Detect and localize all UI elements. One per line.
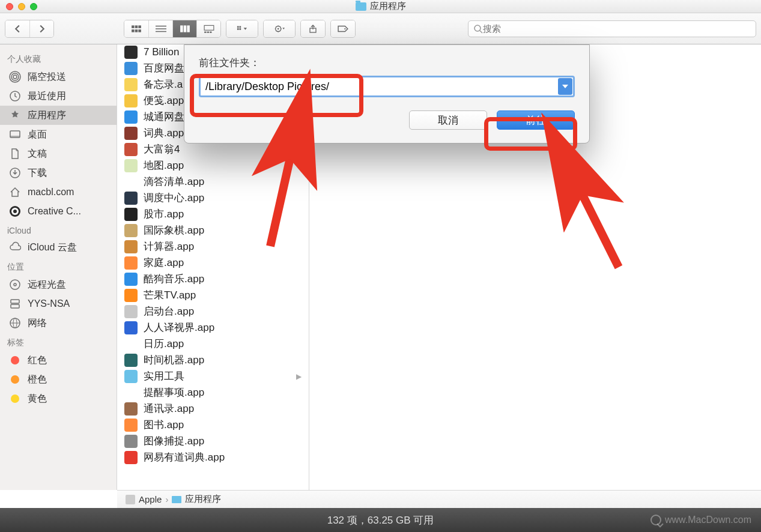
search-field[interactable] <box>468 20 756 37</box>
sidebar-section-header: 位置 <box>0 257 117 275</box>
file-item[interactable]: 人人译视界.app <box>117 319 309 336</box>
file-name: 通讯录.app <box>144 402 194 416</box>
file-item[interactable]: 实用工具▶ <box>117 368 309 384</box>
sidebar-item-label: 文稿 <box>28 148 47 160</box>
file-item[interactable]: 国际象棋.app <box>117 222 309 238</box>
path-folder-label[interactable]: 应用程序 <box>185 494 221 505</box>
sidebar-item[interactable]: 桌面 <box>0 125 117 144</box>
svg-rect-17 <box>240 26 241 28</box>
share-button[interactable] <box>301 20 325 37</box>
sidebar-item[interactable]: 下载 <box>0 163 117 183</box>
path-bar: Apple › 应用程序 <box>117 490 761 508</box>
file-item[interactable]: 图书.app <box>117 417 309 433</box>
sidebar-section-header: iCloud <box>0 221 117 238</box>
minimize-icon[interactable] <box>18 3 25 10</box>
file-name: 时间机器.app <box>144 353 204 367</box>
svg-point-26 <box>13 75 17 79</box>
disk-icon <box>126 495 135 504</box>
file-item[interactable]: 时间机器.app <box>117 352 309 368</box>
sidebar-item-label: 桌面 <box>28 128 47 141</box>
file-name: 计算器.app <box>144 240 194 253</box>
path-dropdown-button[interactable] <box>558 78 572 95</box>
svg-rect-15 <box>210 31 211 32</box>
tag-button[interactable] <box>331 20 355 37</box>
app-icon <box>124 159 138 172</box>
sidebar-item[interactable]: 黄色 <box>0 389 117 408</box>
path-input[interactable] <box>199 76 575 97</box>
folder-icon <box>356 2 366 11</box>
file-item[interactable]: 芒果TV.app <box>117 287 309 303</box>
file-item[interactable]: 滴答清单.app <box>117 174 309 190</box>
sidebar-item-label: 橙色 <box>28 373 47 386</box>
app-icon <box>124 224 138 237</box>
sidebar-item[interactable]: YYS-NSA <box>0 294 117 313</box>
file-name: 提醒事项.app <box>144 385 204 399</box>
sidebar-item-label: iCloud 云盘 <box>28 241 77 254</box>
cancel-button[interactable]: 取消 <box>409 110 487 130</box>
file-item[interactable]: 大富翁4 <box>117 141 309 157</box>
file-item[interactable]: 股市.app <box>117 206 309 222</box>
window-title: 应用程序 <box>356 1 406 12</box>
tag-icon <box>8 373 22 386</box>
sidebar-item[interactable]: macbl.com <box>0 183 117 202</box>
search-input[interactable] <box>483 23 751 34</box>
close-icon[interactable] <box>6 3 13 10</box>
share-group <box>300 20 326 38</box>
path-disk-label[interactable]: Apple <box>139 494 162 504</box>
search-icon <box>473 24 483 34</box>
file-name: 调度中心.app <box>144 191 204 205</box>
list-view-button[interactable] <box>148 20 172 37</box>
app-icon <box>124 305 138 318</box>
app-icon <box>124 354 138 367</box>
app-icon <box>124 402 138 416</box>
dialog-label: 前往文件夹： <box>199 56 575 70</box>
file-item[interactable]: 地图.app <box>117 157 309 174</box>
file-item[interactable]: 家庭.app <box>117 255 309 271</box>
go-button[interactable]: 前往 <box>497 110 575 130</box>
svg-rect-4 <box>135 29 138 32</box>
file-name: 百度网盘 <box>144 61 184 75</box>
svg-rect-3 <box>132 29 135 32</box>
file-item[interactable]: 酷狗音乐.app <box>117 271 309 287</box>
sidebar-item[interactable]: iCloud 云盘 <box>0 238 117 257</box>
sidebar-item[interactable]: 文稿 <box>0 144 117 163</box>
sidebar-item[interactable]: 橙色 <box>0 370 117 389</box>
globe-icon <box>8 316 22 330</box>
app-icon <box>124 273 138 286</box>
forward-button[interactable] <box>29 20 53 37</box>
file-item[interactable]: 图像捕捉.app <box>117 433 309 449</box>
column-view-button[interactable] <box>172 20 196 37</box>
sidebar-item[interactable]: 应用程序 <box>0 106 117 125</box>
file-item[interactable]: 通讯录.app <box>117 401 309 417</box>
file-item[interactable]: 计算器.app <box>117 238 309 255</box>
sidebar-item[interactable]: 网络 <box>0 313 117 333</box>
svg-rect-38 <box>11 300 19 303</box>
app-icon <box>124 110 138 124</box>
back-button[interactable] <box>5 20 29 37</box>
maximize-icon[interactable] <box>30 3 37 10</box>
sidebar-item-label: 最近使用 <box>28 90 66 103</box>
app-icon <box>124 127 138 140</box>
svg-rect-9 <box>180 25 183 32</box>
icon-view-button[interactable] <box>124 20 148 37</box>
action-button[interactable] <box>264 20 295 37</box>
sidebar-item[interactable]: Creative C... <box>0 202 117 221</box>
svg-rect-12 <box>204 25 214 30</box>
svg-point-23 <box>344 28 345 29</box>
svg-rect-11 <box>187 25 190 32</box>
sidebar-item[interactable]: 最近使用 <box>0 86 117 106</box>
svg-point-24 <box>474 25 481 31</box>
file-item[interactable]: 网易有道词典.app <box>117 449 309 465</box>
file-item[interactable]: 调度中心.app <box>117 190 309 206</box>
sidebar-item[interactable]: 红色 <box>0 351 117 370</box>
file-item[interactable]: 提醒事项.app <box>117 384 309 401</box>
file-name: 实用工具 <box>144 369 184 383</box>
file-item[interactable]: 启动台.app <box>117 303 309 319</box>
arrange-button[interactable] <box>226 20 258 37</box>
sidebar-item[interactable]: 远程光盘 <box>0 275 117 294</box>
app-icon <box>124 435 138 448</box>
gallery-view-button[interactable] <box>196 20 220 37</box>
sidebar-item[interactable]: 隔空投送 <box>0 67 117 86</box>
sidebar-item-label: YYS-NSA <box>28 298 70 309</box>
file-item[interactable]: 日历.app <box>117 336 309 352</box>
